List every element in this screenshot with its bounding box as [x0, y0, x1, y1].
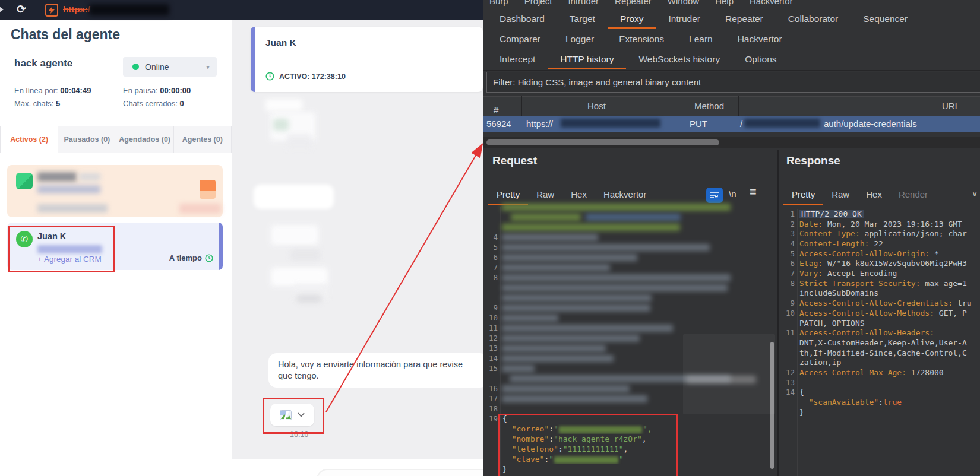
editor-line [483, 293, 776, 303]
editor-line: zation,ip [779, 358, 980, 368]
unread-badge [200, 180, 216, 191]
add-to-crm-link[interactable]: + Agregar al CRM [37, 255, 102, 264]
tab-learn[interactable]: Learn [676, 31, 725, 49]
editor-line: 17 [483, 394, 776, 404]
response-options-caret[interactable]: ∨ [972, 189, 978, 198]
column-host[interactable]: Host [587, 101, 606, 111]
response-pane-title: Response [786, 154, 840, 167]
show-newlines-button[interactable]: \n [729, 189, 736, 199]
request-scrollbar-thumb[interactable] [770, 342, 774, 469]
editor-line: "telefono":"11111111111", [483, 444, 776, 454]
editor-line: 8 [483, 272, 776, 283]
tab-dashboard[interactable]: Dashboard [487, 11, 557, 29]
column-method[interactable]: Method [694, 101, 724, 111]
horizontal-scrollbar-thumb[interactable] [486, 139, 719, 145]
chat-list-item-redacted[interactable] [7, 165, 223, 217]
menu-project[interactable]: Project [524, 0, 552, 6]
editor-line: "clave":"" [483, 454, 776, 464]
editor-line: PATCH, OPTIONS [779, 318, 980, 328]
sidebar-tab-activos-2[interactable]: Activos (2) [0, 126, 58, 153]
http-history-filter-bar[interactable]: Filter: Hiding CSS, image and general bi… [486, 72, 980, 93]
editor-line: 9Access-Control-Allow-Credentials: tru [779, 298, 980, 308]
attachment-dropdown[interactable] [270, 404, 314, 426]
editor-line: 9 [483, 303, 776, 313]
on-time-status: A tiempo [169, 253, 213, 262]
response-tab-render[interactable]: Render [890, 185, 936, 205]
tab-comparer[interactable]: Comparer [487, 31, 553, 49]
menu-window[interactable]: Window [668, 0, 699, 6]
editor-line: th,If-Modified-Since,Cache-Control,C [779, 348, 980, 358]
tab-proxy[interactable]: Proxy [608, 11, 656, 29]
menu-intruder[interactable]: Intruder [568, 0, 599, 6]
editor-line [483, 283, 776, 293]
subtab-options[interactable]: Options [732, 51, 789, 69]
accent-bar [251, 27, 255, 92]
tab-repeater[interactable]: Repeater [713, 11, 776, 29]
tab-collaborator[interactable]: Collaborator [776, 11, 851, 29]
forward-arrow-icon[interactable] [0, 5, 4, 14]
editor-line: 11 [483, 323, 776, 333]
agent-name: hack agente [14, 58, 72, 69]
menu-help[interactable]: Help [715, 0, 734, 6]
stat-max-chats: Máx. chats: 5 [14, 99, 60, 108]
editor-line: 6Etag: W/"16-k8uX15WzvSqubvO6Miq2PwH3 [779, 259, 980, 269]
editor-line: 19{ [483, 414, 776, 424]
request-editor[interactable]: 45678910111213141516171819{ "correo":"",… [483, 202, 776, 476]
chevron-down-icon: ▾ [206, 63, 210, 71]
history-row-selected[interactable]: 56924 https:// PUT / auth/update-credent… [483, 116, 980, 132]
tab-extensions[interactable]: Extensions [606, 31, 676, 49]
burp-menubar: BurpProjectIntruderRepeaterWindowHelpHac… [489, 0, 793, 6]
status-dropdown[interactable]: Online ▾ [123, 57, 217, 77]
subtab-websockets-history[interactable]: WebSockets history [626, 51, 732, 69]
response-tab-raw[interactable]: Raw [823, 185, 858, 205]
editor-line: 4Content-Length: 22 [779, 239, 980, 249]
response-editor[interactable]: 1HTTP/2 200 OK2Date: Mon, 20 Mar 2023 19… [779, 209, 980, 476]
row-method: PUT [690, 119, 707, 129]
column-url[interactable]: URL [942, 101, 960, 111]
burp-main-tabs-row1: DashboardTargetProxyIntruderRepeaterColl… [487, 9, 920, 30]
menu-repeater[interactable]: Repeater [615, 0, 652, 6]
menu-burp[interactable]: Burp [489, 0, 508, 6]
editor-line: 18 [483, 404, 776, 414]
message-timestamp: 16:16 [290, 430, 308, 439]
column-divider [738, 96, 739, 116]
tab-hackvertor[interactable]: Hackvertor [725, 31, 795, 49]
badge-secondary [200, 191, 216, 199]
stat-paused-time: En pausa: 00:00:00 [123, 86, 191, 95]
column-divider [521, 96, 522, 116]
menu-hackvertor[interactable]: Hackvertor [750, 0, 793, 6]
divider [483, 70, 980, 71]
stat-closed-chats: Chats cerrados: 0 [123, 99, 184, 108]
response-tab-hex[interactable]: Hex [858, 185, 890, 205]
editor-line: 4 [483, 232, 776, 242]
response-tab-pretty[interactable]: Pretty [783, 185, 823, 205]
editor-line: 3Content-Type: application/json; char [779, 229, 980, 239]
editor-line: 14{ [779, 388, 980, 398]
sidebar-tab-agentes-0[interactable]: Agentes (0) [174, 126, 232, 153]
reload-icon[interactable]: ⟳ [17, 2, 26, 16]
tab-sequencer[interactable]: Sequencer [851, 11, 920, 29]
lightning-extension-icon[interactable] [45, 4, 58, 17]
editor-line: 10 [483, 313, 776, 323]
editor-line: "scanAvailable":true [779, 397, 980, 407]
tab-logger[interactable]: Logger [553, 31, 606, 49]
editor-line: DNT,X-CustomHeader,Keep-Alive,User-A [779, 338, 980, 348]
tab-intruder[interactable]: Intruder [656, 11, 713, 29]
sidebar-tab-pausados-0[interactable]: Pausados (0) [58, 126, 116, 153]
row-url-tail: auth/update-credentials [824, 119, 917, 129]
editor-line [483, 222, 776, 232]
chat-list-tabs: Activos (2)Pausados (0)Agendados (0)Agen… [0, 126, 232, 153]
editor-line: 16 [483, 383, 776, 394]
online-dot-icon [132, 64, 139, 70]
soft-wrap-button[interactable] [706, 188, 723, 203]
message-input[interactable] [317, 469, 497, 476]
editor-line: 8Strict-Transport-Security: max-age=1 [779, 278, 980, 288]
subtab-http-history[interactable]: HTTP history [548, 51, 626, 69]
agent-sidebar: Chats del agente hack agente Online ▾ En… [0, 20, 232, 476]
subtab-intercept[interactable]: Intercept [487, 51, 548, 69]
sidebar-tab-agendados-0[interactable]: Agendados (0) [116, 126, 174, 153]
tab-target[interactable]: Target [557, 11, 608, 29]
url-scheme-strikethrough[interactable]: https:/ [63, 4, 90, 14]
chat-list-item-juan-k[interactable]: ✆ Juan K + Agregar al CRM A tiempo [7, 223, 223, 270]
editor-menu-icon[interactable]: ≡ [750, 185, 757, 199]
